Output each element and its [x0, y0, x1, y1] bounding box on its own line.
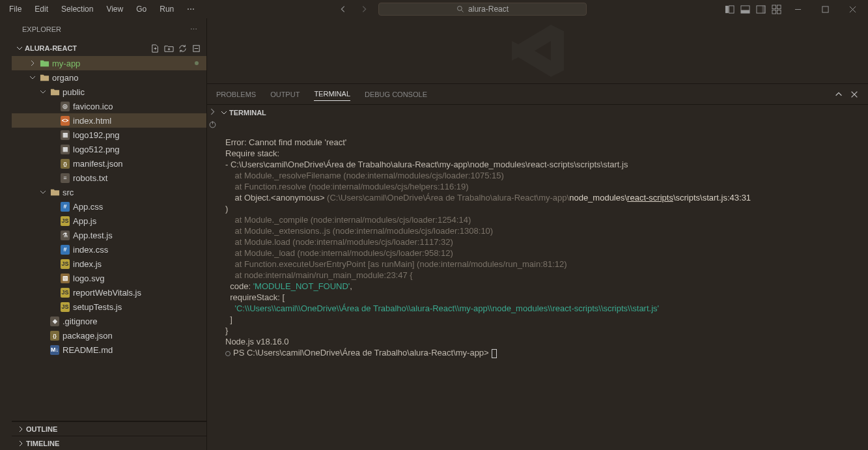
- chevron-down-icon: [16, 44, 23, 52]
- menu-run[interactable]: Run: [154, 3, 179, 15]
- file-icon: ▧: [60, 273, 70, 283]
- tree-item-label: organo: [52, 73, 78, 83]
- tree-item[interactable]: JSApp.js: [12, 214, 206, 228]
- menu-selection[interactable]: Selection: [56, 3, 98, 15]
- new-file-icon[interactable]: [150, 44, 160, 53]
- chevron-down-icon: [220, 109, 228, 117]
- tree-item[interactable]: M↓README.md: [12, 343, 206, 357]
- tree-item-label: package.json: [63, 331, 113, 341]
- file-icon: ⚗: [60, 230, 70, 240]
- tree-item-label: App.js: [73, 216, 96, 226]
- folder-icon: [49, 187, 60, 197]
- tree-item-label: App.css: [73, 202, 103, 212]
- folder-root-label: ALURA-REACT: [25, 44, 77, 52]
- tree-item[interactable]: JSsetupTests.js: [12, 300, 206, 314]
- tree-item[interactable]: ▦logo192.png: [12, 128, 206, 142]
- tree-item[interactable]: <>index.html: [12, 113, 206, 128]
- tree-item[interactable]: organo: [12, 70, 206, 85]
- layout-secondary-icon[interactable]: [755, 3, 766, 15]
- file-icon: <>: [60, 115, 70, 126]
- window-close-icon[interactable]: [841, 0, 864, 18]
- tree-item[interactable]: #App.css: [12, 199, 206, 214]
- tree-item[interactable]: src: [12, 185, 206, 199]
- menu-go[interactable]: Go: [131, 3, 152, 15]
- file-icon: {}: [60, 158, 70, 169]
- tab-problems[interactable]: PROBLEMS: [216, 88, 256, 101]
- window-maximize-icon[interactable]: [813, 0, 837, 18]
- tree-item[interactable]: ⚗App.test.js: [12, 228, 206, 242]
- tab-output[interactable]: OUTPUT: [270, 88, 300, 101]
- layout-primary-icon[interactable]: [723, 3, 735, 15]
- tree-item-label: index.html: [73, 116, 111, 126]
- tree-item-label: src: [63, 188, 74, 197]
- terminal-cursor: [492, 349, 497, 358]
- menu-more-icon[interactable]: ⋯: [182, 3, 200, 15]
- tree-item[interactable]: JSreportWebVitals.js: [12, 285, 206, 300]
- tree-item[interactable]: ▧logo.svg: [12, 271, 206, 285]
- folder-root-header[interactable]: ALURA-REACT: [12, 40, 206, 56]
- tree-item-label: index.js: [73, 259, 102, 269]
- tree-item-label: favicon.ico: [73, 102, 113, 111]
- timeline-label: TIMELINE: [26, 440, 59, 447]
- sidebar-more-icon[interactable]: ⋯: [190, 25, 197, 34]
- timeline-section[interactable]: TIMELINE: [12, 436, 206, 450]
- layout-panel-icon[interactable]: [739, 3, 751, 15]
- editor-area: PROBLEMS OUTPUT TERMINAL DEBUG CONSOLE: [207, 18, 868, 450]
- file-icon: M↓: [49, 345, 60, 355]
- panel-maximize-icon[interactable]: [834, 90, 843, 99]
- tree-item[interactable]: {}manifest.json: [12, 156, 206, 171]
- bottom-panel: PROBLEMS OUTPUT TERMINAL DEBUG CONSOLE: [207, 83, 868, 450]
- menu-edit[interactable]: Edit: [29, 3, 53, 15]
- tree-item[interactable]: ▦logo512.png: [12, 142, 206, 156]
- tab-debug-console[interactable]: DEBUG CONSOLE: [365, 88, 427, 101]
- tree-item-label: public: [63, 87, 85, 97]
- outline-section[interactable]: OUTLINE: [12, 421, 206, 436]
- file-icon: ▦: [60, 144, 70, 154]
- nav-back-icon[interactable]: [337, 3, 350, 16]
- terminal-header[interactable]: TERMINAL: [217, 105, 868, 120]
- layout-customize-icon[interactable]: [770, 3, 782, 15]
- file-icon: #: [60, 244, 70, 255]
- terminal-launch-icon[interactable]: [208, 107, 217, 116]
- chevron-right-icon: [17, 440, 25, 447]
- file-icon: JS: [60, 302, 70, 312]
- svg-rect-1: [725, 5, 728, 12]
- collapse-all-icon[interactable]: [191, 44, 201, 53]
- tree-item[interactable]: public: [12, 85, 206, 99]
- chevron-right-icon: [17, 425, 25, 433]
- panel-close-icon[interactable]: [850, 90, 859, 99]
- tab-terminal[interactable]: TERMINAL: [314, 87, 350, 101]
- svg-rect-2: [729, 5, 734, 12]
- tree-item-label: logo.svg: [73, 274, 104, 283]
- window-minimize-icon[interactable]: [786, 0, 809, 18]
- svg-rect-8: [777, 5, 781, 8]
- file-icon: JS: [60, 287, 70, 298]
- tree-item[interactable]: ◆.gitignore: [12, 314, 206, 328]
- chevron-down-icon: [39, 188, 47, 196]
- menu-file[interactable]: File: [4, 3, 27, 15]
- svg-rect-7: [772, 5, 776, 8]
- menu-view[interactable]: View: [101, 3, 128, 15]
- panel-tabs: PROBLEMS OUTPUT TERMINAL DEBUG CONSOLE: [207, 84, 868, 105]
- vscode-logo-icon: [505, 18, 570, 83]
- modified-indicator-icon: [195, 61, 199, 65]
- tree-item[interactable]: my-app: [12, 56, 206, 70]
- file-tree: my-apporganopublic◎favicon.ico<>index.ht…: [12, 56, 206, 357]
- terminal-power-icon[interactable]: [208, 120, 217, 128]
- command-center[interactable]: alura-React: [378, 3, 587, 16]
- tree-item[interactable]: JSindex.js: [12, 257, 206, 271]
- tree-item[interactable]: #index.css: [12, 242, 206, 257]
- refresh-icon[interactable]: [178, 44, 188, 53]
- tree-item-label: robots.txt: [73, 173, 107, 183]
- search-icon: [456, 5, 464, 13]
- tree-item[interactable]: ◎favicon.ico: [12, 99, 206, 113]
- search-text: alura-React: [468, 5, 509, 14]
- terminal-header-label: TERMINAL: [229, 109, 266, 117]
- tree-item[interactable]: ≡robots.txt: [12, 171, 206, 185]
- terminal-output[interactable]: Error: Cannot find module 'react' Requir…: [217, 120, 868, 363]
- chevron-down-icon: [39, 88, 47, 96]
- new-folder-icon[interactable]: [164, 44, 174, 53]
- svg-rect-11: [822, 6, 828, 12]
- tree-item[interactable]: {}package.json: [12, 328, 206, 343]
- nav-forward-icon[interactable]: [357, 3, 371, 16]
